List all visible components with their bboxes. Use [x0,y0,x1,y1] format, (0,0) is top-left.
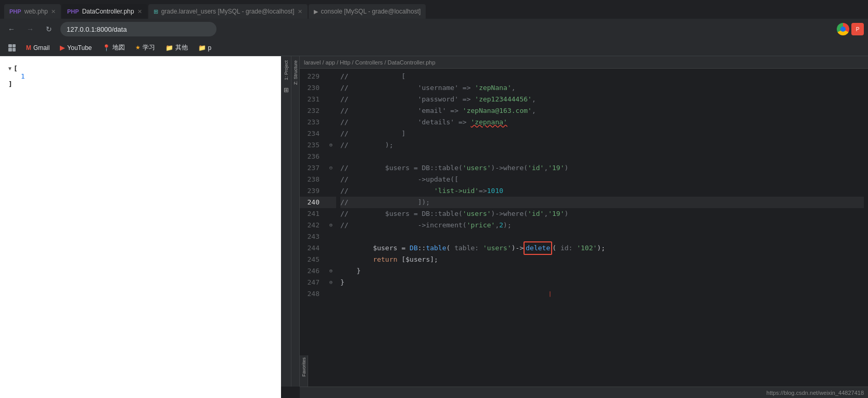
code-line-238: // ->update([ [340,174,864,185]
bookmark-maps[interactable]: 📍 地図 [98,42,129,53]
code-line-229: // [ [340,71,864,82]
db-icon: ⊞ [154,8,158,15]
code-line-248: | [340,288,864,300]
gutter-240 [326,197,336,208]
tab-console[interactable]: ▶ console [MySQL - grade@localhost] [309,4,426,19]
code-line-247: } [340,277,864,288]
code-line-240: // ]); [340,197,864,208]
ln-237: 237 [300,162,326,174]
gutter: ⊕ ⊖ ⊕ ⊕ ⊕ [326,69,336,387]
gutter-247: ⊕ [326,277,336,288]
ide-status-bar: https://blog.csdn.net/weixin_44827418 [300,387,868,398]
bookmark-apps[interactable] [4,43,20,53]
code-editor: laravel / app / Http / Controllers / Dat… [300,56,868,398]
address-bar-row: ← → ↻ P [0,19,868,40]
bookmark-other-label: 其他 [175,43,188,52]
study-icon: ★ [135,44,141,51]
ln-233: 233 [300,117,326,128]
code-line-246: } [340,265,864,277]
address-input[interactable] [60,22,216,36]
main-content: ▼ [ 1 ] 1: Project ⊞ Z: Structure lara [0,56,868,398]
tab-close-icon[interactable]: ✕ [51,8,56,15]
code-line-242: // ->increment('price',2); [340,220,864,231]
bookmark-study[interactable]: ★ 学习 [131,42,159,53]
console-icon: ▶ [314,8,318,15]
bookmark-youtube-label: YouTube [67,44,92,52]
tab-data-controller-label: DataController.php [82,8,134,15]
forward-button[interactable]: → [23,22,37,36]
bookmarks-bar: M Gmail ▶ YouTube 📍 地図 ★ 学习 📁 其他 📁 p [0,40,868,56]
ln-229: 229 [300,71,326,82]
back-button[interactable]: ← [4,22,19,36]
ln-244: 244 [300,242,326,254]
ln-241: 241 [300,208,326,220]
breadcrumb-text: laravel / app / Http / Controllers / Dat… [304,59,436,66]
status-url: https://blog.csdn.net/weixin_44827418 [767,390,864,396]
ln-232: 232 [300,105,326,117]
favorites-label: Favorites [301,357,307,377]
structure-sidebar[interactable]: Z: Structure [291,56,300,387]
code-line-231: // 'password' => 'zep123444456', [340,94,864,105]
code-content[interactable]: 229 230 231 232 233 234 235 236 237 238 … [300,69,868,387]
code-line-236 [340,151,864,162]
bookmark-gmail-label: Gmail [33,44,49,52]
ln-238: 238 [300,174,326,185]
code-line-245: return [ $users ]; [340,254,864,265]
tab-console-label: console [MySQL - grade@localhost] [321,8,421,15]
ln-246: 246 [300,265,326,277]
bookmark-other[interactable]: 📁 其他 [161,42,192,53]
code-line-241: // $users = DB::table('users')->where('i… [340,208,864,220]
json-tree-item-array: ▼ [ [8,65,273,72]
tab-bar: PHP web.php ✕ PHP DataController.php ✕ ⊞… [0,0,868,19]
tab-data-controller[interactable]: PHP DataController.php ✕ [62,4,147,19]
gutter-235: ⊕ [326,139,336,151]
project-sidebar-label: 1: Project [284,60,289,80]
favorites-sidebar[interactable]: Favorites [300,355,308,387]
bookmark-p[interactable]: 📁 p [194,43,216,53]
code-lines: // [ // 'username' => 'zepNana', // 'pas… [336,69,868,387]
gutter-237: ⊖ [326,162,336,174]
bookmark-maps-label: 地図 [112,43,125,52]
forward-icon: → [27,25,34,33]
tab-web-php-label: web.php [24,8,48,15]
apps-icon [8,44,16,52]
json-item-1: 1 [21,72,273,80]
json-value-1: 1 [21,72,25,80]
ln-247: 247 [300,277,326,288]
code-line-237: // $users = DB::table('users')->where('i… [340,162,864,174]
refresh-button[interactable]: ↻ [42,22,56,36]
gmail-icon: M [26,44,31,52]
php-icon-2: PHP [67,8,79,15]
chrome-icon [837,23,849,35]
bookmark-youtube[interactable]: ▶ YouTube [56,43,96,53]
json-root: ▼ [ 1 ] [8,65,273,88]
gutter-242: ⊕ [326,220,336,231]
php-icon: PHP [9,8,21,15]
tab-grade-users[interactable]: ⊞ grade.laravel_users [MySQL - grade@loc… [148,4,308,19]
ln-243: 243 [300,231,326,242]
gutter-246: ⊕ [326,265,336,277]
bookmark-gmail[interactable]: M Gmail [22,43,54,53]
code-line-244: $users = DB :: table ( table: 'users' )-… [340,242,864,254]
project-sidebar[interactable]: 1: Project ⊞ [281,56,291,387]
extension-icon: P [851,23,864,35]
maps-icon: 📍 [103,44,110,52]
tab-close-icon-2[interactable]: ✕ [137,8,142,15]
code-line-243 [340,231,864,242]
ln-235: 235 [300,139,326,151]
ln-236: 236 [300,151,326,162]
bookmark-p-label: p [208,44,212,52]
tab-close-icon-3[interactable]: ✕ [298,8,302,15]
code-line-232: // 'email' => 'zepNana@163.com', [340,105,864,117]
ln-245: 245 [300,254,326,265]
json-array-content: 1 [8,72,273,80]
ide-panel: 1: Project ⊞ Z: Structure laravel / app … [281,56,868,398]
code-line-239: // 'list->uid'=>1010 [340,185,864,197]
line-numbers: 229 230 231 232 233 234 235 236 237 238 … [300,69,326,387]
collapse-triangle[interactable]: ▼ [8,66,11,71]
structure-sidebar-label: Z: Structure [293,60,298,85]
ln-234: 234 [300,128,326,139]
tab-web-php[interactable]: PHP web.php ✕ [4,4,61,19]
code-line-235: // ); [340,139,864,151]
bookmark-study-label: 学习 [143,43,155,52]
